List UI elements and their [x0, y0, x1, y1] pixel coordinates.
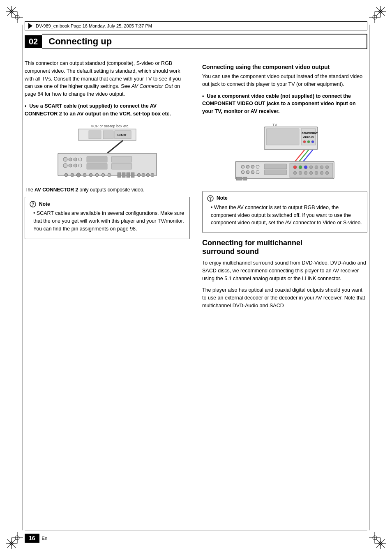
scart-diagram-container: VCR or set-top box etc. SCART: [25, 122, 190, 182]
svg-point-87: [251, 165, 254, 168]
svg-point-85: [246, 165, 249, 168]
svg-text:TV: TV: [272, 123, 277, 127]
svg-point-84: [241, 170, 244, 174]
svg-point-77: [307, 140, 310, 143]
svg-point-76: [303, 140, 306, 143]
left-note-bullet: SCART cables are available in several co…: [33, 210, 185, 233]
svg-point-43: [69, 164, 72, 167]
crosshair-bl: [12, 532, 23, 543]
svg-point-96: [304, 166, 307, 169]
arrow-icon: [28, 23, 32, 29]
left-note-header: Note: [29, 200, 185, 208]
page-footer: 16 En: [25, 534, 47, 543]
svg-point-69: [32, 206, 33, 207]
page-lang: En: [42, 536, 47, 541]
svg-text:COMPONENT: COMPONENT: [302, 132, 318, 134]
svg-rect-51: [111, 164, 132, 169]
svg-rect-34: [89, 131, 101, 139]
svg-text:VIDEO IN: VIDEO IN: [303, 136, 314, 138]
svg-point-98: [315, 166, 318, 169]
svg-rect-49: [87, 164, 107, 169]
svg-point-67: [151, 173, 154, 177]
svg-point-46: [78, 158, 82, 161]
svg-point-54: [76, 173, 81, 177]
chapter-number: 02: [25, 35, 42, 48]
svg-point-106: [320, 171, 323, 175]
svg-point-83: [241, 165, 244, 168]
svg-point-103: [304, 171, 307, 175]
section1-para1: You can use the component video output i…: [202, 73, 367, 88]
svg-point-104: [309, 171, 313, 175]
svg-rect-60: [118, 173, 121, 177]
svg-point-56: [89, 173, 92, 177]
svg-point-111: [210, 200, 211, 201]
av-connector-note: The AV CONNECTOR 2 only outputs composit…: [25, 187, 190, 193]
svg-line-81: [303, 150, 313, 161]
svg-point-40: [63, 157, 67, 161]
svg-point-78: [311, 140, 314, 143]
svg-point-42: [69, 158, 72, 161]
svg-point-86: [246, 170, 249, 174]
svg-text:SCART: SCART: [117, 134, 127, 136]
two-column-layout: This connector can output standard (comp…: [25, 60, 367, 314]
svg-rect-62: [127, 173, 130, 177]
svg-point-107: [325, 171, 329, 175]
svg-point-99: [320, 166, 323, 169]
left-intro-para: This connector can output standard (comp…: [25, 60, 190, 98]
filename-text: DV-989_en.book Page 16 Monday, July 25, …: [36, 23, 152, 28]
chapter-title: Connecting up: [42, 34, 367, 49]
svg-point-88: [251, 170, 254, 174]
svg-point-94: [293, 166, 297, 169]
svg-rect-35: [103, 131, 113, 139]
svg-point-102: [299, 171, 302, 175]
right-note-bullet: When the AV connector is set to output R…: [211, 204, 363, 227]
svg-line-38: [107, 140, 123, 153]
svg-point-100: [325, 166, 329, 169]
svg-point-101: [293, 171, 297, 175]
svg-point-66: [146, 173, 150, 177]
svg-point-64: [137, 173, 141, 177]
svg-rect-72: [266, 129, 299, 145]
svg-rect-109: [243, 177, 247, 180]
svg-rect-48: [87, 157, 107, 162]
note-icon-right: [207, 195, 214, 202]
svg-rect-108: [236, 177, 242, 180]
svg-point-47: [78, 164, 82, 167]
vline-right: [369, 25, 369, 530]
section2-para1: To enjoy multichannel surround sound fro…: [202, 259, 367, 282]
svg-rect-61: [122, 173, 125, 177]
svg-point-89: [256, 165, 259, 168]
svg-rect-93: [290, 163, 333, 178]
svg-point-90: [256, 170, 259, 174]
right-column: Connecting using the component video out…: [202, 60, 367, 314]
svg-point-105: [315, 171, 318, 175]
svg-point-59: [108, 173, 111, 177]
svg-rect-91: [264, 164, 287, 169]
left-note-box: Note SCART cables are available in sever…: [25, 197, 190, 239]
chapter-header: 02 Connecting up: [25, 34, 367, 49]
svg-point-53: [71, 173, 74, 177]
vline-left: [23, 25, 23, 530]
left-instruction: • Use a SCART cable (not supplied) to co…: [25, 102, 190, 118]
svg-rect-50: [111, 157, 132, 162]
svg-point-41: [63, 164, 67, 168]
hline-bottom: [25, 530, 367, 530]
svg-point-44: [74, 158, 77, 161]
scart-diagram-svg: VCR or set-top box etc. SCART: [54, 122, 161, 182]
component-diagram-container: TV COMPONENT VIDEO IN: [202, 120, 367, 186]
svg-text:VCR or set-top box etc.: VCR or set-top box etc.: [91, 124, 129, 128]
crosshair-br: [369, 532, 380, 543]
svg-rect-92: [264, 170, 287, 175]
svg-line-80: [299, 150, 309, 161]
svg-line-79: [295, 150, 304, 161]
filename-bar: DV-989_en.book Page 16 Monday, July 25, …: [25, 21, 367, 30]
crosshair-tl: [12, 12, 23, 23]
section1-heading: Connecting using the component video out…: [202, 64, 367, 70]
svg-point-57: [95, 173, 99, 177]
svg-point-52: [65, 173, 68, 177]
svg-point-65: [142, 173, 145, 177]
section1-instruction: • Use a component video cable (not suppl…: [202, 92, 367, 115]
section2-para2: The player also has optical and coaxial …: [202, 286, 367, 309]
page-number: 16: [25, 534, 39, 543]
component-diagram-svg: TV COMPONENT VIDEO IN: [231, 120, 338, 186]
